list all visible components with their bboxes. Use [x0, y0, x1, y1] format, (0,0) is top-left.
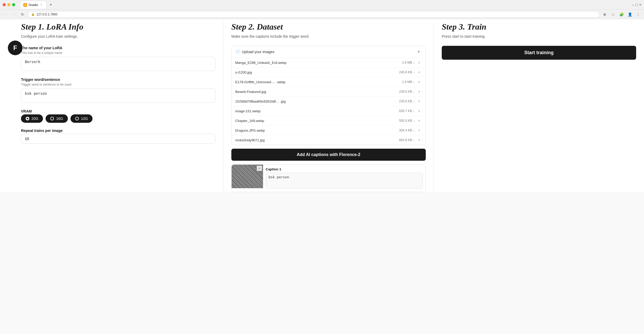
file-name: Dragons.JPG.webp: [235, 129, 399, 132]
lora-name-hint: This has to be a unique name: [21, 51, 215, 55]
window-close-icon[interactable]: ×: [639, 3, 641, 7]
trigger-word-hint: Trigger word or sentence to be used: [21, 83, 215, 86]
file-remove-button[interactable]: ×: [417, 70, 422, 75]
vram-radio-16g: [50, 117, 54, 120]
caption-image: ⤢: [232, 165, 263, 188]
file-name: 1f1568d78fbad69c83520df… .jpg: [235, 99, 399, 103]
step2-title: Step 2. Dataset: [231, 22, 426, 32]
file-name: Manga_E298_Unleash_Evil.webp: [235, 61, 402, 65]
window-maximize-button[interactable]: [12, 3, 15, 6]
file-size: 1.4 MB ↓: [402, 80, 414, 84]
file-name: Beserk-Featured.jpg: [235, 90, 399, 94]
file-remove-button[interactable]: ×: [417, 60, 422, 65]
repeat-trains-group: Repeat trains per image: [21, 129, 215, 144]
forward-button[interactable]: →: [11, 11, 17, 18]
window-close-button[interactable]: [3, 3, 6, 6]
step1-title: Step 1. LoRA Info: [21, 22, 215, 32]
vram-label-16g: 16G: [56, 116, 63, 121]
tab-title: Gradio: [29, 3, 38, 7]
address-bar[interactable]: 🔒 127.0.0.1:7860: [28, 11, 599, 18]
file-size: 662.8 KB ↓: [399, 138, 414, 142]
new-tab-button[interactable]: +: [48, 2, 54, 8]
upload-close-button[interactable]: ×: [416, 49, 422, 55]
file-row: Dragons.JPG.webp 304.4 KB ↓ ×: [232, 126, 425, 135]
tab-favicon: G: [23, 3, 27, 7]
window-restore-icon[interactable]: □: [635, 3, 637, 7]
trigger-word-label: Trigger word/sentence: [21, 77, 215, 82]
file-remove-button[interactable]: ×: [417, 79, 422, 85]
caption-textarea[interactable]: bsk person: [266, 173, 423, 188]
caption-area: ⤢ Caption 1 bsk person: [231, 164, 426, 192]
file-remove-button[interactable]: ×: [417, 137, 422, 143]
upload-label: Upload your images: [242, 50, 275, 54]
upload-file-icon: 📄: [235, 50, 240, 54]
file-name: E178-Griffith_Unmoved-… .webp: [235, 80, 402, 84]
vram-option-20g[interactable]: 20G: [21, 114, 43, 123]
trigger-word-group: Trigger word/sentence Trigger word or se…: [21, 77, 215, 103]
file-row: 1f1568d78fbad69c83520df… .jpg 235.6 KB ↓…: [232, 97, 425, 106]
file-remove-button[interactable]: ×: [417, 118, 422, 123]
lock-icon: 🔒: [31, 13, 35, 16]
file-size: 235.6 KB ↓: [399, 99, 414, 103]
vram-label-20g: 20G: [31, 116, 38, 121]
vram-label: VRAM: [21, 109, 215, 113]
file-row: Chapter_169.webp 592.0 KB ↓ ×: [232, 116, 425, 126]
step1-subtitle: Configure your LoRA train settings.: [21, 34, 215, 38]
file-size: 592.0 KB ↓: [399, 119, 414, 123]
lora-name-group: The name of your LoRA This has to be a u…: [21, 46, 215, 72]
file-size: 245.8 KB ↓: [399, 70, 414, 74]
repeat-trains-input[interactable]: [21, 134, 215, 144]
app-logo: F: [8, 41, 23, 55]
vram-options: 20G 16G 12G: [21, 114, 215, 123]
window-minimize-icon[interactable]: –: [632, 3, 634, 7]
file-row: mnks0nidy9071.jpg 662.8 KB ↓ ×: [232, 135, 425, 145]
file-row: image-151.webp 655.7 KB ↓ ×: [232, 106, 425, 116]
bookmark-button[interactable]: ☆: [610, 11, 616, 18]
step2-subtitle: Make sure the captions include the trigg…: [231, 34, 426, 38]
file-list: Manga_E298_Unleash_Evil.webp 1.6 MB ↓ × …: [232, 58, 425, 145]
logo-area: F: [5, 38, 25, 58]
step3-subtitle: Press start to start training.: [442, 34, 636, 38]
file-size: 304.4 KB ↓: [399, 129, 414, 132]
extensions-button[interactable]: 🧩: [618, 11, 625, 18]
upload-header: 📄 Upload your images ×: [232, 46, 425, 58]
caption-expand-button[interactable]: ⤢: [257, 166, 262, 171]
file-remove-button[interactable]: ×: [417, 89, 422, 94]
step3-title: Step 3. Train: [442, 22, 636, 32]
reload-button[interactable]: ↻: [19, 11, 26, 18]
file-row: Beserk-Featured.jpg 239.5 KB ↓ ×: [232, 87, 425, 97]
lora-name-input[interactable]: Berserk: [21, 57, 215, 71]
file-row: Manga_E298_Unleash_Evil.webp 1.6 MB ↓ ×: [232, 58, 425, 68]
vram-radio-20g: [26, 117, 29, 120]
vram-group: VRAM 20G 16G 12G: [21, 109, 215, 123]
browser-tab[interactable]: G Gradio ×: [20, 1, 47, 9]
upload-section: 📄 Upload your images × Manga_E298_Unleas…: [231, 46, 426, 145]
profile-button[interactable]: 👤: [627, 11, 633, 18]
file-remove-button[interactable]: ×: [417, 99, 422, 104]
file-size: 239.5 KB ↓: [399, 90, 414, 93]
vram-radio-12g: [75, 117, 79, 120]
file-name: s-l1200.jpg: [235, 70, 399, 74]
file-name: image-151.webp: [235, 109, 399, 113]
back-button[interactable]: ←: [3, 11, 9, 18]
step2-column: Step 2. Dataset Make sure the captions i…: [223, 22, 434, 192]
zoom-button[interactable]: ⊕: [602, 11, 608, 18]
file-name: mnks0nidy9071.jpg: [235, 138, 399, 142]
file-remove-button[interactable]: ×: [417, 108, 422, 114]
start-training-button[interactable]: Start training: [442, 46, 636, 60]
file-size: 1.6 MB ↓: [402, 61, 414, 64]
lora-name-label: The name of your LoRA: [21, 46, 215, 50]
step3-column: Step 3. Train Press start to start train…: [434, 22, 644, 192]
ai-caption-button[interactable]: Add AI captions with Florence-2: [231, 149, 426, 161]
vram-option-12g[interactable]: 12G: [70, 114, 92, 123]
tab-close-button[interactable]: ×: [40, 3, 43, 7]
menu-button[interactable]: ⋮: [635, 11, 641, 18]
vram-option-16g[interactable]: 16G: [46, 114, 68, 123]
file-remove-button[interactable]: ×: [417, 128, 422, 133]
file-name: Chapter_169.webp: [235, 119, 399, 123]
trigger-word-input[interactable]: bsk person: [21, 88, 215, 103]
url-text: 127.0.0.1:7860: [36, 13, 57, 16]
file-row: E178-Griffith_Unmoved-… .webp 1.4 MB ↓ ×: [232, 77, 425, 87]
window-minimize-button[interactable]: [7, 3, 10, 6]
caption-label: Caption 1: [266, 167, 423, 171]
